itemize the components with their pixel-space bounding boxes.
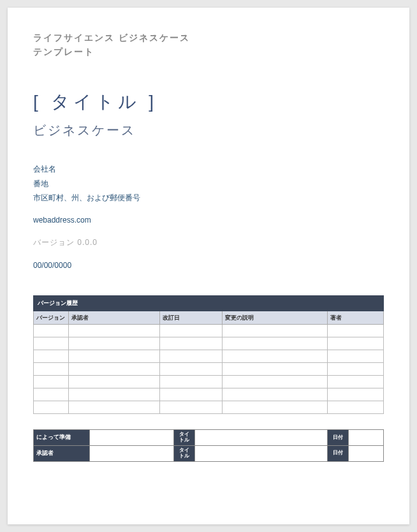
- table-cell: [68, 401, 159, 414]
- signoff-table: によって準備 タイトル 日付 承認者 タイトル 日付: [33, 429, 384, 461]
- table-cell: [223, 376, 328, 388]
- table-cell: [328, 401, 384, 414]
- table-cell: [328, 376, 384, 388]
- table-cell: [34, 401, 69, 414]
- table-cell: [68, 325, 159, 337]
- vh-col-approver: 承認者: [68, 311, 159, 325]
- table-cell: [68, 376, 159, 388]
- document-subtitle: ビジネスケース: [33, 122, 384, 139]
- document-date: 00/00/0000: [33, 261, 384, 270]
- table-row: [34, 376, 384, 388]
- prepared-by-value: [89, 430, 173, 446]
- document-page: ライフサイエンス ビジネスケース テンプレート [ タイトル ] ビジネスケース…: [8, 8, 409, 524]
- version-history-table: バージョン履歴 バージョン 承認者 改訂日 変更の説明 著者: [33, 295, 384, 414]
- document-title: [ タイトル ]: [33, 90, 384, 114]
- table-cell: [328, 388, 384, 401]
- table-cell: [34, 376, 69, 388]
- table-cell: [328, 350, 384, 363]
- company-name: 会社名: [33, 162, 384, 177]
- table-cell: [223, 350, 328, 363]
- approver-value: [89, 445, 173, 461]
- date-label-1: 日付: [328, 430, 349, 446]
- company-city: 市区町村、州、および郵便番号: [33, 191, 384, 205]
- table-cell: [159, 337, 223, 350]
- title-label-2: タイトル: [173, 445, 194, 461]
- table-row: [34, 363, 384, 376]
- table-row: [34, 337, 384, 350]
- table-cell: [223, 363, 328, 376]
- template-header: ライフサイエンス ビジネスケース テンプレート: [33, 31, 384, 59]
- table-cell: [159, 350, 223, 363]
- table-cell: [159, 363, 223, 376]
- vh-col-revdate: 改訂日: [159, 311, 223, 325]
- table-cell: [223, 337, 328, 350]
- vh-col-desc: 変更の説明: [223, 311, 328, 325]
- table-cell: [223, 401, 328, 414]
- company-block: 会社名 番地 市区町村、州、および郵便番号: [33, 162, 384, 205]
- date-label-2: 日付: [328, 445, 349, 461]
- vh-col-version: バージョン: [34, 311, 69, 325]
- table-cell: [159, 376, 223, 388]
- table-row: [34, 350, 384, 363]
- table-cell: [328, 325, 384, 337]
- company-street: 番地: [33, 177, 384, 191]
- version-label: バージョン 0.0.0: [33, 237, 384, 248]
- vh-title: バージョン履歴: [34, 296, 384, 311]
- table-cell: [223, 325, 328, 337]
- approver-label: 承認者: [34, 445, 90, 461]
- table-cell: [34, 388, 69, 401]
- vh-col-author: 著者: [328, 311, 384, 325]
- table-cell: [223, 388, 328, 401]
- table-cell: [159, 401, 223, 414]
- web-address: webaddress.com: [33, 216, 384, 225]
- title-label-1: タイトル: [173, 430, 194, 446]
- table-cell: [328, 363, 384, 376]
- table-row: [34, 401, 384, 414]
- date-value-1: [349, 430, 384, 446]
- table-cell: [159, 325, 223, 337]
- header-line1: ライフサイエンス ビジネスケース: [33, 31, 384, 45]
- table-cell: [328, 337, 384, 350]
- title-value-2: [194, 445, 328, 461]
- table-cell: [34, 325, 69, 337]
- table-cell: [68, 363, 159, 376]
- table-cell: [68, 388, 159, 401]
- table-cell: [34, 363, 69, 376]
- table-cell: [68, 337, 159, 350]
- table-cell: [159, 388, 223, 401]
- header-line2: テンプレート: [33, 45, 384, 59]
- table-cell: [34, 337, 69, 350]
- table-row: [34, 388, 384, 401]
- table-cell: [68, 350, 159, 363]
- date-value-2: [349, 445, 384, 461]
- prepared-by-label: によって準備: [34, 430, 90, 446]
- title-value-1: [194, 430, 328, 446]
- table-row: [34, 325, 384, 337]
- table-cell: [34, 350, 69, 363]
